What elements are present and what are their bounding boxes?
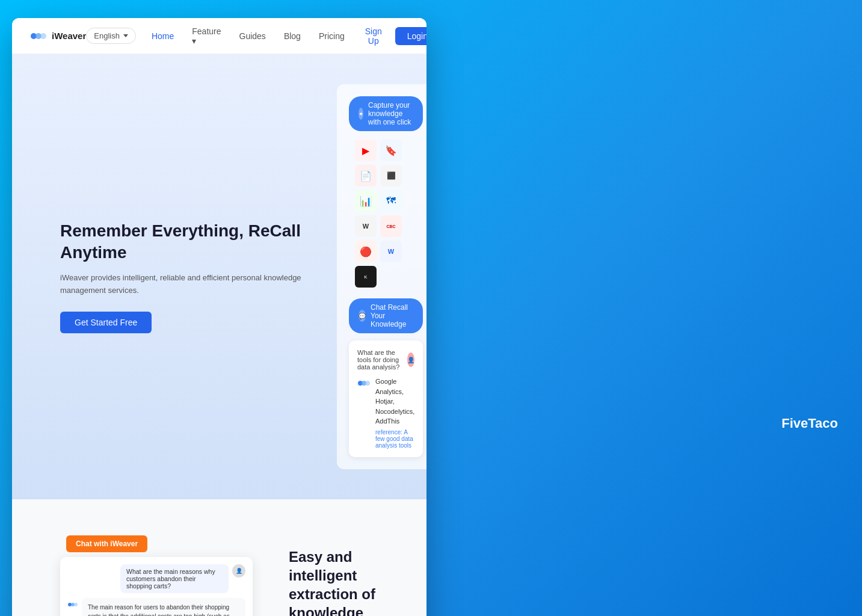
cbc-icon: CBC: [380, 215, 402, 237]
logo-icon: [30, 30, 47, 42]
bookmark-icon: 🔖: [380, 140, 402, 161]
chat-with-iweaver-tag: Chat with iWeaver: [66, 535, 147, 552]
user-avatar: 👤: [407, 353, 414, 367]
section2-right: Easy and intelligent extraction of knowl…: [289, 529, 378, 617]
nav-links: English Home Feature ▾ Guides Blog Prici…: [86, 23, 426, 49]
youtube-icon: ▶: [355, 140, 377, 161]
navbar: iWeaver English Home Feature ▾ Guides Bl…: [12, 18, 426, 54]
section2-title: Easy and intelligent extraction of knowl…: [289, 547, 378, 617]
hero-description: iWeaver provides intelligent, reliable a…: [60, 272, 313, 297]
hero-ai-answer: Google Analytics, Hotjar, Nocodelytics, …: [357, 377, 414, 449]
ai-logo-icon: [357, 377, 371, 390]
s2-user-avatar: 👤: [232, 564, 245, 578]
hero-section: Remember Everything, ReCall Anytime iWea…: [12, 54, 426, 499]
s2-user-question: What are the main reasons why customers …: [67, 564, 245, 593]
chat-widget-body: What are the main reasons why customers …: [60, 557, 253, 617]
nav-home[interactable]: Home: [144, 28, 181, 44]
hero-chat-area: ✦ Capture your knowledge with one click …: [337, 84, 426, 469]
s2-ai-logo-icon: [67, 599, 78, 610]
svg-point-5: [365, 381, 370, 386]
nav-pricing[interactable]: Pricing: [312, 28, 352, 44]
map-icon: 🗺: [380, 190, 402, 212]
word-icon: W: [380, 241, 402, 262]
svg-point-2: [40, 33, 46, 39]
login-button[interactable]: Login: [395, 27, 426, 45]
chat-recall-pill: 💬 Chat Recall Your Knowledge: [349, 298, 423, 333]
sheets-icon: 📊: [355, 190, 377, 212]
hero-chat-bubble: What are the tools for doing data analys…: [349, 340, 423, 457]
footer: FiveTaco: [426, 410, 850, 431]
dark-icon: K: [355, 266, 377, 288]
chat-widget-wrapper: Chat with iWeaver What are the main reas…: [60, 529, 253, 617]
hero-title: Remember Everything, ReCall Anytime: [60, 220, 313, 264]
nav-guides[interactable]: Guides: [232, 28, 273, 44]
language-selector[interactable]: English: [86, 28, 136, 44]
notion-icon: ⬛: [380, 165, 402, 186]
chat-icon: 💬: [359, 310, 366, 322]
wiki-icon: W: [355, 215, 377, 237]
chevron-down-icon: [123, 34, 128, 37]
capture-pill: ✦ Capture your knowledge with one click: [349, 96, 423, 131]
logo-area: iWeaver: [30, 30, 86, 42]
chat-widget: What are the main reasons why customers …: [60, 557, 253, 617]
logo-text: iWeaver: [52, 31, 86, 41]
hero-left: Remember Everything, ReCall Anytime iWea…: [60, 220, 313, 333]
capture-icon: ✦: [359, 108, 363, 120]
section2-left: Chat with iWeaver What are the main reas…: [60, 529, 253, 617]
svg-point-8: [74, 603, 78, 606]
nav-feature[interactable]: Feature ▾: [185, 23, 228, 49]
hero-cta-button[interactable]: Get Started Free: [60, 312, 152, 333]
nav-blog[interactable]: Blog: [277, 28, 308, 44]
icon-grid: ▶ 🔖 📄 ⬛ 📊 🗺 W CBC 🔴 W K: [349, 140, 423, 288]
hero-user-question: What are the tools for doing data analys…: [357, 349, 414, 371]
reddit-icon: 🔴: [355, 241, 377, 262]
hero-right: ✦ Capture your knowledge with one click …: [337, 84, 426, 469]
footer-brand: FiveTaco: [781, 416, 838, 431]
pdf-icon: 📄: [355, 165, 377, 186]
s2-ai-answer: The main reason for users to abandon the…: [67, 598, 245, 617]
section2: Chat with iWeaver What are the main reas…: [12, 499, 426, 617]
signup-button[interactable]: Sign Up: [356, 23, 392, 49]
